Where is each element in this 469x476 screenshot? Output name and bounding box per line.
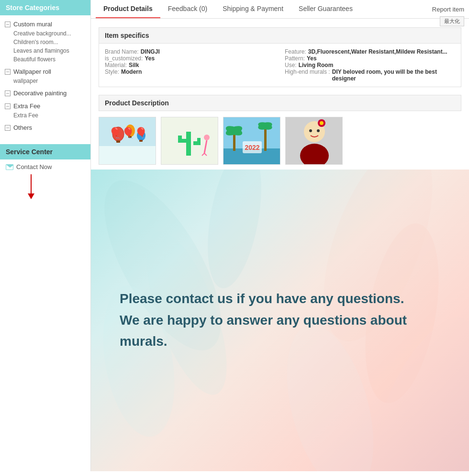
svg-point-33 [317, 129, 320, 132]
spec-label: Material: [105, 62, 127, 68]
category-group-others: Others [0, 123, 90, 133]
spec-value: Living Room [299, 62, 334, 68]
sidebar-item-extra-fee-child[interactable]: Extra Fee [0, 111, 90, 120]
sidebar-item-beautiful-flowers[interactable]: Beautiful flowers [0, 55, 90, 64]
svg-rect-10 [186, 132, 191, 156]
spec-row-pattern: Pattern: Yes [285, 55, 455, 62]
svg-rect-1 [99, 146, 156, 165]
tabs-bar: Product Details Feedback (0) Shipping & … [91, 0, 469, 19]
sidebar-item-others[interactable]: Others [0, 123, 90, 133]
product-area: Item specifics Brand Name: DINGJI is_cus… [91, 23, 469, 170]
minus-icon [5, 22, 11, 27]
main-content: Product Details Feedback (0) Shipping & … [91, 0, 469, 471]
sidebar-item-custom-mural[interactable]: Custom mural [0, 19, 90, 29]
category-group-custom-mural: Custom mural Creative background... Chil… [0, 19, 90, 64]
tab-shipping-payment[interactable]: Shipping & Payment [215, 0, 291, 18]
svg-point-32 [309, 129, 312, 132]
svg-rect-24 [264, 127, 267, 151]
svg-point-2 [112, 127, 124, 141]
sidebar-item-label: Decorative painting [13, 90, 67, 97]
minus-icon [5, 125, 11, 131]
spec-value: Modern [121, 68, 142, 75]
spec-value: DINGJI [141, 48, 160, 55]
spec-label: Use: [285, 62, 297, 68]
store-categories-header: Store Categories [0, 0, 90, 15]
sidebar-item-extra-fee[interactable]: Extra Fee [0, 101, 90, 111]
spec-label: Style: [105, 68, 119, 75]
sidebar-item-leaves-flamingos[interactable]: Leaves and flamingos [0, 46, 90, 55]
minus-icon [5, 91, 11, 96]
sidebar-item-label: Others [13, 124, 32, 131]
spec-row-material: Material: Silk [105, 62, 275, 68]
contact-now-button[interactable]: Contact Now [0, 159, 90, 174]
category-group-extra-fee: Extra Fee Extra Fee [0, 101, 90, 120]
product-image-2[interactable] [161, 117, 218, 165]
svg-rect-6 [128, 136, 132, 138]
svg-point-7 [137, 130, 145, 141]
product-images-row: 2022 [99, 117, 461, 165]
sidebar: Store Categories Custom mural Creative b… [0, 0, 91, 471]
tab-seller-guarantees[interactable]: Seller Guarantees [291, 0, 360, 18]
sidebar-item-label: Custom mural [13, 21, 52, 28]
spec-row-high-end: High-end murals : DIY beloved room, you … [285, 68, 455, 82]
spec-row-brand: Brand Name: DINGJI [105, 48, 275, 55]
specs-left-col: Brand Name: DINGJI is_customized: Yes Ma… [105, 48, 275, 82]
sidebar-item-wallpaper-roll[interactable]: Wallpaper roll [0, 67, 90, 77]
sidebar-item-wallpaper[interactable]: wallpaper [0, 77, 90, 85]
service-center-header: Service Center [0, 144, 90, 159]
bottom-text: Please contact us if you have any questi… [120, 288, 440, 352]
svg-point-15 [204, 135, 210, 140]
product-image-1[interactable] [99, 117, 156, 165]
categories-list: Custom mural Creative background... Chil… [0, 15, 90, 139]
contact-now-label: Contact Now [16, 163, 52, 170]
svg-point-35 [320, 121, 324, 125]
bottom-text-line2: We are happy to answer any questions abo… [120, 310, 440, 353]
item-specifics-table: Brand Name: DINGJI is_customized: Yes Ma… [99, 44, 461, 87]
spec-row-style: Style: Modern [105, 68, 275, 75]
report-item-link[interactable]: Report item [432, 2, 464, 17]
product-image-4[interactable] [285, 117, 343, 165]
category-group-wallpaper-roll: Wallpaper roll wallpaper [0, 67, 90, 85]
item-specifics-header: Item specifics [99, 27, 461, 44]
sidebar-item-decorative-painting[interactable]: Decorative painting [0, 88, 90, 98]
spec-value: DIY beloved room, you will be the best d… [332, 68, 455, 82]
svg-text:2022: 2022 [245, 144, 259, 151]
sidebar-item-label: Extra Fee [13, 102, 40, 110]
product-description-header: Product Description [99, 95, 461, 111]
sidebar-item-label: Wallpaper roll [13, 68, 51, 75]
spec-row-feature: Feature: 3D,Fluorescent,Water Resistant,… [285, 48, 455, 55]
product-image-3[interactable]: 2022 [223, 117, 280, 165]
spec-label: High-end murals : [285, 68, 330, 75]
spec-row-customized: is_customized: Yes [105, 55, 275, 62]
sidebar-item-childrens-room[interactable]: Children's room... [0, 38, 90, 46]
spec-value: Silk [129, 62, 139, 68]
spec-value: 3D,Fluorescent,Water Resistant,Mildew Re… [308, 48, 447, 55]
maximize-button[interactable]: 最大化 [440, 16, 464, 26]
tab-feedback[interactable]: Feedback (0) [160, 0, 215, 18]
sidebar-item-creative-background[interactable]: Creative background... [0, 29, 90, 38]
category-group-decorative-painting: Decorative painting [0, 88, 90, 98]
bottom-decorative-section: Please contact us if you have any questi… [91, 170, 469, 471]
minus-icon [5, 69, 11, 75]
specs-right-col: Feature: 3D,Fluorescent,Water Resistant,… [285, 48, 455, 82]
spec-label: is_customized: [105, 55, 143, 62]
svg-rect-12 [178, 136, 182, 143]
bottom-text-line1: Please contact us if you have any questi… [120, 288, 440, 310]
spec-label: Feature: [285, 48, 306, 55]
spec-value: Yes [145, 55, 155, 62]
svg-point-3 [112, 127, 124, 141]
spec-value: Yes [307, 55, 317, 62]
minus-icon [5, 103, 11, 109]
mail-icon [6, 164, 13, 170]
svg-point-5 [125, 125, 135, 137]
svg-rect-8 [139, 140, 143, 142]
svg-rect-4 [116, 140, 120, 143]
spec-label: Brand Name: [105, 48, 139, 55]
spec-label: Pattern: [285, 55, 305, 62]
spec-row-use: Use: Living Room [285, 62, 455, 68]
tab-product-details[interactable]: Product Details [96, 0, 160, 18]
page-layout: Store Categories Custom mural Creative b… [0, 0, 469, 471]
svg-rect-14 [197, 138, 201, 145]
